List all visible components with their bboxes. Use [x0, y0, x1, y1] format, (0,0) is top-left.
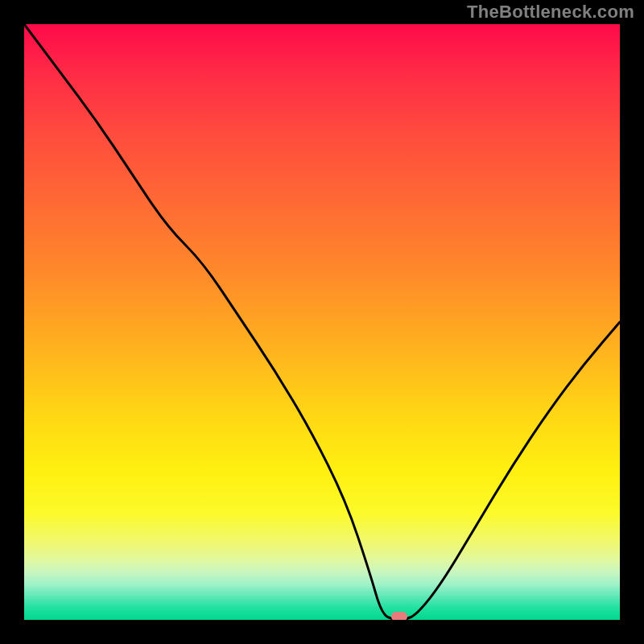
- bottleneck-curve: [24, 24, 620, 620]
- plot-area: [24, 24, 620, 620]
- minimum-marker: [391, 612, 407, 620]
- chart-frame: TheBottleneck.com: [0, 0, 644, 644]
- watermark-text: TheBottleneck.com: [467, 2, 634, 23]
